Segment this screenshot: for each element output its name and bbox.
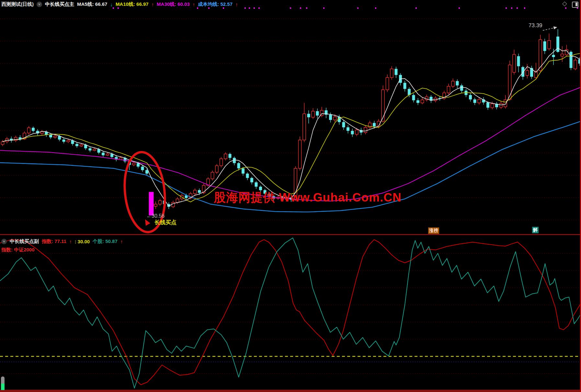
split-layout-fill: [575, 3, 577, 6]
index-value: 指数: 77.11: [42, 238, 66, 245]
jie-badge[interactable]: 解: [532, 227, 539, 233]
sub-indicator-bar: ˅ 中长线买点副 指数: 77.11 ↑ : 30.00 个股: 50.87 ↑: [1, 238, 123, 245]
diamond-icon[interactable]: ◇: [562, 0, 567, 6]
param-value: : 30.00: [74, 239, 90, 244]
split-layout-icon[interactable]: [572, 2, 578, 8]
cost-line-value: 成本均线: 52.57: [198, 1, 233, 7]
ma5-down-arrow-icon: ↓: [110, 2, 113, 7]
ma30-up-arrow-icon: ↑: [193, 2, 195, 7]
stock-value: 个股: 50.87: [93, 238, 118, 245]
ma10-value: MA10线: 66.97: [116, 1, 149, 7]
high-price-annotation: 73.39: [529, 23, 542, 28]
watermark: 股海网提供 Www.Guhai.Com.CN: [214, 191, 402, 203]
index-name-label: 指数: 中证2000: [1, 247, 35, 252]
chart-window: 西测测试(日线) ˅ 中长线买点主 MA5线: 66.67 ↓ MA10线: 6…: [0, 0, 581, 392]
sub-indicator-name[interactable]: 中长线买点副: [10, 238, 39, 245]
buy-point-annotation: 长线买点: [154, 220, 177, 225]
rise-board-badge[interactable]: 涨榜: [428, 227, 439, 234]
ma30-value: MA30线: 60.03: [157, 1, 190, 7]
main-indicator-bar: 西测测试(日线) ˅ 中长线买点主 MA5线: 66.67 ↓ MA10线: 6…: [1, 1, 238, 7]
cost-up-arrow-icon: ↑: [235, 2, 238, 7]
low-price-annotation: ←30.56: [146, 213, 165, 219]
collapse-chevron-icon[interactable]: ˅: [37, 2, 42, 7]
period-title[interactable]: 西测测试(日线): [1, 1, 34, 7]
collapse-chevron-icon[interactable]: ˅: [1, 239, 7, 244]
stock-up-arrow-icon: ↑: [120, 239, 123, 244]
main-indicator-name[interactable]: 中长线买点主: [45, 1, 74, 7]
ma10-up-arrow-icon: ↑: [152, 2, 154, 7]
ma5-value: MA5线: 66.67: [77, 1, 107, 7]
index-up-arrow-icon: ↑: [69, 239, 72, 244]
